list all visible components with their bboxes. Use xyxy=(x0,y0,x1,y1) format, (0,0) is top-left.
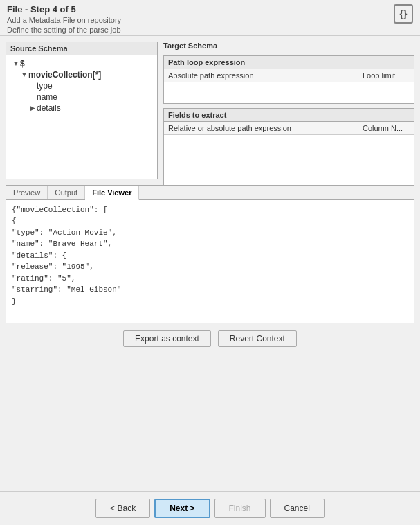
path-loop-col1: Absolute path expression xyxy=(164,69,358,82)
tree-item-name[interactable]: name xyxy=(9,91,154,103)
next-button[interactable]: Next > xyxy=(154,499,210,518)
header-line1: Add a Metadata File on repository xyxy=(7,16,121,24)
fields-body xyxy=(164,135,414,190)
fields-col1: Relative or absolute path expression xyxy=(164,122,358,134)
preview-section: PreviewOutputFile Viewer {"movieCollecti… xyxy=(6,185,414,323)
tree-label-root: $ xyxy=(20,59,25,69)
page-title: File - Step 4 of 5 xyxy=(7,4,121,15)
finish-button[interactable]: Finish xyxy=(214,499,266,518)
preview-line: } xyxy=(12,296,408,308)
tab-output[interactable]: Output xyxy=(48,186,85,199)
fields-col2: Column N... xyxy=(358,122,414,134)
tree-arrow-root: ▼ xyxy=(12,60,20,68)
preview-line: {"movieCollection": [ xyxy=(12,204,408,216)
source-schema-tree: ▼$▼movieCollection[*]typename▶details xyxy=(6,55,157,179)
preview-line: "details": { xyxy=(12,250,408,262)
navigation-footer: < Back Next > Finish Cancel xyxy=(0,491,420,525)
tree-item-root[interactable]: ▼$ xyxy=(9,58,154,69)
path-loop-header: Absolute path expression Loop limit xyxy=(164,69,414,82)
preview-tabs: PreviewOutputFile Viewer xyxy=(6,186,414,200)
header: File - Step 4 of 5 Add a Metadata File o… xyxy=(0,0,420,36)
tree-arrow-name xyxy=(28,93,37,101)
tree-label-type: type xyxy=(37,81,53,91)
preview-content: {"movieCollection": [ { "type": "Action … xyxy=(6,200,414,323)
source-schema-title: Source Schema xyxy=(6,42,157,55)
export-context-button[interactable]: Export as context xyxy=(123,330,211,347)
tree-label-movieCollection: movieCollection[*] xyxy=(28,70,101,80)
header-line2: Define the setting of the parse job xyxy=(7,26,121,34)
path-loop-col2: Loop limit xyxy=(358,69,414,82)
revert-context-button[interactable]: Revert Context xyxy=(218,330,297,347)
path-loop-panel: Path loop expression Absolute path expre… xyxy=(163,55,414,104)
tree-item-details[interactable]: ▶details xyxy=(9,103,154,114)
tree-arrow-details: ▶ xyxy=(28,104,37,112)
preview-line: { xyxy=(12,215,408,227)
back-button[interactable]: < Back xyxy=(95,499,150,518)
fields-header: Relative or absolute path expression Col… xyxy=(164,122,414,135)
fields-title: Fields to extract xyxy=(164,109,414,122)
header-text: File - Step 4 of 5 Add a Metadata File o… xyxy=(7,4,121,34)
target-schema-title: Target Schema xyxy=(163,42,414,51)
preview-line: "starring": "Mel Gibson" xyxy=(12,284,408,296)
tree-label-details: details xyxy=(37,103,61,113)
path-loop-title: Path loop expression xyxy=(164,56,414,69)
tree-item-type[interactable]: type xyxy=(9,80,154,91)
target-schema-panel: Target Schema Path loop expression Absol… xyxy=(163,42,414,179)
tree-arrow-movieCollection: ▼ xyxy=(20,71,28,79)
tab-preview[interactable]: Preview xyxy=(6,186,48,199)
preview-line: "release": "1995", xyxy=(12,261,408,273)
header-icon: {} xyxy=(394,4,413,24)
tree-label-name: name xyxy=(37,92,57,102)
tab-file-viewer[interactable]: File Viewer xyxy=(85,186,139,200)
tree-arrow-type xyxy=(28,82,37,90)
tree-item-movieCollection[interactable]: ▼movieCollection[*] xyxy=(9,69,154,80)
main-content: Source Schema ▼$▼movieCollection[*]typen… xyxy=(0,36,420,185)
source-schema-panel: Source Schema ▼$▼movieCollection[*]typen… xyxy=(6,42,158,179)
spacer xyxy=(0,354,420,492)
cancel-button[interactable]: Cancel xyxy=(270,499,325,518)
preview-line: "type": "Action Movie", xyxy=(12,227,408,239)
context-buttons-area: Export as context Revert Context xyxy=(0,323,420,354)
preview-line: "name": "Brave Heart", xyxy=(12,238,408,250)
path-loop-body xyxy=(164,82,414,103)
preview-line: "rating": "5", xyxy=(12,273,408,285)
